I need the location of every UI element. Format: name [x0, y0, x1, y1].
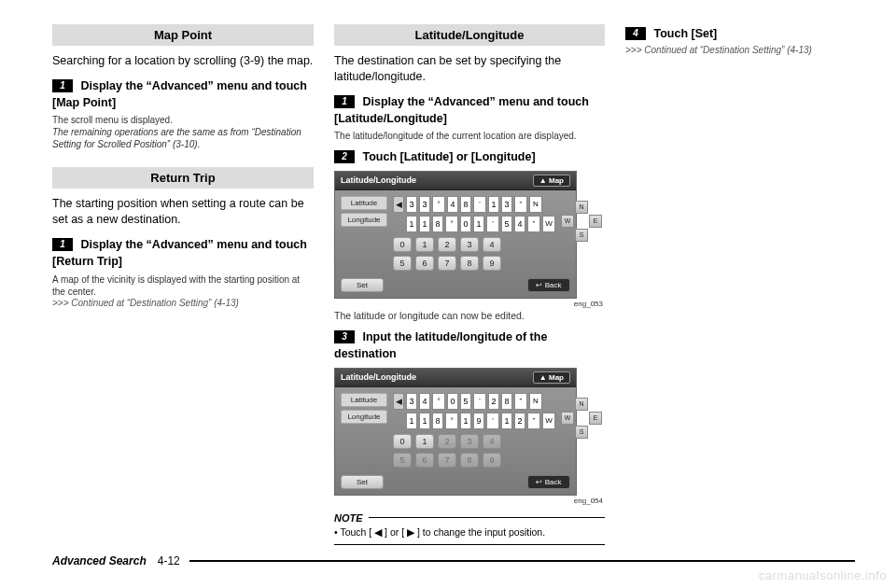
latitude-tab[interactable]: Latitude — [341, 393, 387, 407]
page-footer: Advanced Search 4-12 — [52, 554, 855, 567]
screenshot-caption: eng_054 — [334, 497, 605, 505]
digit: 4 — [447, 196, 458, 213]
column-3: 4 Touch [Set] >>> Continued at “Destinat… — [625, 24, 868, 588]
unit: ° — [432, 196, 445, 213]
digit: 1 — [406, 216, 417, 232]
latitude-value-row: ◀ 3 4 ° 0 5 ' 2 8 " N — [393, 393, 555, 410]
longitude-tab[interactable]: Longitude — [341, 213, 387, 227]
compass-s[interactable]: S — [575, 229, 588, 242]
digit: 0 — [460, 216, 471, 232]
hemisphere: N — [529, 196, 542, 213]
note-heading: NOTE — [334, 512, 605, 524]
unit: ° — [445, 216, 458, 232]
longitude-value-row: 1 1 8 ° 1 9 ' 1 2 " W — [393, 413, 555, 429]
latlon-step-4: 4 Touch [Set] — [625, 24, 868, 41]
key-3[interactable]: 3 — [460, 237, 479, 252]
digit: 8 — [460, 196, 471, 213]
digit: 1 — [488, 196, 499, 213]
footer-section-title: Advanced Search — [52, 554, 147, 567]
heading-return-trip: Return Trip — [52, 167, 314, 189]
screen-title: Latitude/Longitude — [341, 175, 416, 185]
digit: 5 — [460, 393, 471, 410]
step-text: Input the latitude/longitude of the dest… — [334, 330, 547, 360]
key-1[interactable]: 1 — [415, 434, 434, 449]
key-1[interactable]: 1 — [415, 237, 434, 252]
key-7[interactable]: 7 — [438, 453, 456, 468]
key-4[interactable]: 4 — [483, 434, 501, 449]
key-4[interactable]: 4 — [483, 237, 501, 252]
latlon-step-1: 1 Display the “Advanced” menu and touch … — [334, 92, 605, 127]
key-9[interactable]: 9 — [483, 453, 501, 468]
watermark: carmanualsonline.info — [759, 568, 887, 582]
key-6[interactable]: 6 — [415, 453, 434, 468]
set-button[interactable]: Set — [341, 278, 384, 292]
compass-s[interactable]: S — [575, 426, 588, 439]
digit: 1 — [473, 216, 484, 232]
note-rule — [334, 544, 605, 545]
map-point-step-1: 1 Display the “Advanced” menu and touch … — [52, 77, 314, 111]
digit: 3 — [406, 393, 417, 410]
unit: " — [527, 216, 540, 232]
digit: 3 — [406, 196, 417, 213]
digit: 4 — [419, 393, 430, 410]
digit: 1 — [406, 413, 417, 429]
map-button[interactable]: ▲ Map — [533, 371, 570, 384]
compass-n[interactable]: N — [575, 201, 588, 214]
back-button[interactable]: ↩ Back — [527, 475, 570, 489]
unit: ' — [473, 196, 486, 213]
key-5[interactable]: 5 — [393, 453, 412, 468]
key-2[interactable]: 2 — [438, 237, 456, 252]
digit: 1 — [419, 413, 430, 429]
return-trip-continued: >>> Continued at “Destination Setting” (… — [52, 298, 314, 308]
digit: 1 — [419, 216, 430, 232]
arrow-left-icon[interactable]: ◀ — [393, 196, 404, 213]
set-button[interactable]: Set — [341, 475, 384, 489]
compass-n[interactable]: N — [575, 398, 588, 411]
longitude-value-row: 1 1 8 ° 0 1 ' 5 4 " W — [393, 216, 555, 232]
step-number-icon: 3 — [334, 330, 355, 343]
key-5[interactable]: 5 — [393, 256, 412, 271]
unit: " — [514, 196, 527, 213]
back-button[interactable]: ↩ Back — [527, 278, 570, 292]
key-6[interactable]: 6 — [415, 256, 434, 271]
key-8[interactable]: 8 — [460, 256, 479, 271]
step-text: Display the “Advanced” menu and touch [M… — [52, 79, 307, 109]
unit: " — [527, 413, 540, 429]
latlon-after-1: The latitude or longitude can now be edi… — [334, 310, 605, 323]
screen-title-bar: Latitude/Longitude ▲ Map — [335, 369, 576, 387]
compass-icon: N S W E — [561, 201, 602, 242]
key-8[interactable]: 8 — [460, 453, 479, 468]
key-9[interactable]: 9 — [483, 256, 501, 271]
latlon-step-2: 2 Touch [Latitude] or [Longitude] — [334, 147, 605, 164]
map-button[interactable]: ▲ Map — [533, 175, 570, 187]
digit: 4 — [514, 216, 525, 232]
unit: ° — [445, 413, 458, 429]
key-7[interactable]: 7 — [438, 256, 456, 271]
compass-w[interactable]: W — [561, 215, 574, 228]
digit: 0 — [447, 393, 458, 410]
map-point-note-1: The scroll menu is displayed. — [52, 114, 314, 126]
screenshot-2: Latitude/Longitude ▲ Map Latitude Longit… — [334, 368, 605, 505]
latlon-note-1: The latitude/longitude of the current lo… — [334, 130, 605, 142]
digit: 1 — [501, 413, 512, 429]
compass-w[interactable]: W — [561, 412, 574, 425]
latitude-value-row: ◀ 3 3 ° 4 8 ' 1 3 " N — [393, 196, 555, 213]
key-2[interactable]: 2 — [438, 434, 456, 449]
unit: ' — [486, 216, 499, 232]
map-point-note-2: The remaining operations are the same as… — [52, 126, 314, 150]
arrow-left-icon[interactable]: ◀ — [393, 393, 404, 410]
digit: 8 — [501, 393, 512, 410]
step-number-icon: 1 — [52, 238, 73, 251]
latitude-tab[interactable]: Latitude — [341, 196, 387, 210]
longitude-tab[interactable]: Longitude — [341, 410, 387, 424]
key-0[interactable]: 0 — [393, 237, 412, 252]
key-3[interactable]: 3 — [460, 434, 479, 449]
step-number-icon: 1 — [334, 95, 355, 108]
compass-e[interactable]: E — [589, 412, 602, 425]
key-0[interactable]: 0 — [393, 434, 412, 449]
step-number-icon: 2 — [334, 150, 355, 163]
compass-e[interactable]: E — [589, 215, 602, 228]
numeric-keypad: 0 1 2 3 4 5 6 7 8 9 — [393, 434, 514, 468]
digit: 1 — [460, 413, 471, 429]
return-trip-body: The starting position when setting a rou… — [52, 196, 314, 228]
